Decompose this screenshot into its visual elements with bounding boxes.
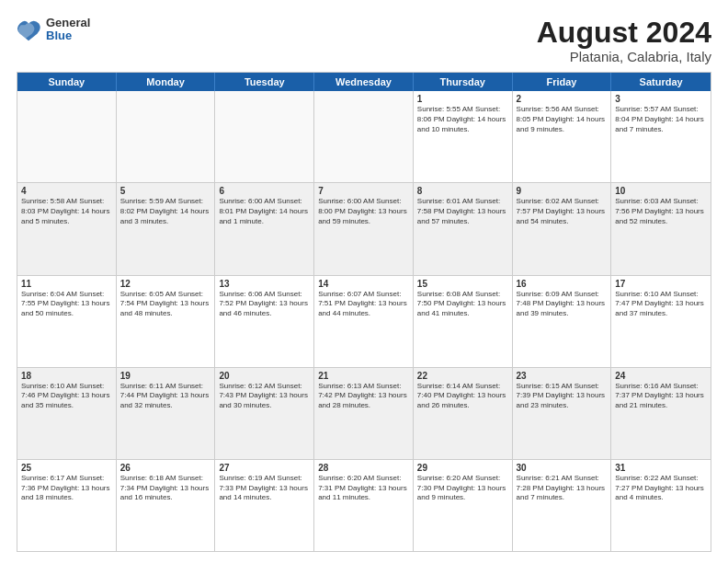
cell-text: Sunrise: 6:08 AM Sunset: 7:50 PM Dayligh… <box>417 290 508 319</box>
cell-text: Sunrise: 6:02 AM Sunset: 7:57 PM Dayligh… <box>517 197 608 226</box>
cell-text: Sunrise: 6:03 AM Sunset: 7:56 PM Dayligh… <box>615 197 707 226</box>
cal-cell-30: 30Sunrise: 6:21 AM Sunset: 7:28 PM Dayli… <box>513 460 612 551</box>
cal-cell-15: 15Sunrise: 6:08 AM Sunset: 7:50 PM Dayli… <box>414 276 513 367</box>
cal-cell-22: 22Sunrise: 6:14 AM Sunset: 7:40 PM Dayli… <box>414 368 513 459</box>
cal-cell-16: 16Sunrise: 6:09 AM Sunset: 7:48 PM Dayli… <box>513 276 612 367</box>
cal-cell-20: 20Sunrise: 6:12 AM Sunset: 7:43 PM Dayli… <box>215 368 314 459</box>
day-number: 9 <box>517 186 608 196</box>
cell-text: Sunrise: 6:18 AM Sunset: 7:34 PM Dayligh… <box>120 474 211 503</box>
header-day-wednesday: Wednesday <box>314 73 414 91</box>
cell-text: Sunrise: 6:00 AM Sunset: 8:00 PM Dayligh… <box>318 197 409 226</box>
day-number: 10 <box>615 186 707 196</box>
calendar-header: SundayMondayTuesdayWednesdayThursdayFrid… <box>17 73 711 91</box>
cell-text: Sunrise: 5:58 AM Sunset: 8:03 PM Dayligh… <box>21 197 112 226</box>
day-number: 13 <box>219 279 310 289</box>
day-number: 24 <box>615 371 707 381</box>
day-number: 29 <box>417 463 508 473</box>
main-title: August 2024 <box>537 17 711 49</box>
cal-cell-31: 31Sunrise: 6:22 AM Sunset: 7:27 PM Dayli… <box>611 460 711 551</box>
day-number: 4 <box>21 186 112 196</box>
cal-cell-21: 21Sunrise: 6:13 AM Sunset: 7:42 PM Dayli… <box>314 368 414 459</box>
cell-text: Sunrise: 6:00 AM Sunset: 8:01 PM Dayligh… <box>219 197 310 226</box>
cal-cell-empty-3 <box>314 91 414 182</box>
calendar: SundayMondayTuesdayWednesdayThursdayFrid… <box>17 72 711 552</box>
logo: General Blue <box>17 17 90 43</box>
day-number: 8 <box>417 186 508 196</box>
cell-text: Sunrise: 6:14 AM Sunset: 7:40 PM Dayligh… <box>417 382 508 411</box>
day-number: 31 <box>615 463 707 473</box>
day-number: 18 <box>21 371 112 381</box>
cell-text: Sunrise: 6:10 AM Sunset: 7:46 PM Dayligh… <box>21 382 112 411</box>
day-number: 16 <box>517 279 608 289</box>
cell-text: Sunrise: 6:05 AM Sunset: 7:54 PM Dayligh… <box>120 290 211 319</box>
cell-text: Sunrise: 6:13 AM Sunset: 7:42 PM Dayligh… <box>318 382 409 411</box>
cal-cell-11: 11Sunrise: 6:04 AM Sunset: 7:55 PM Dayli… <box>17 276 117 367</box>
header-day-thursday: Thursday <box>414 73 513 91</box>
cell-text: Sunrise: 6:21 AM Sunset: 7:28 PM Dayligh… <box>517 474 608 503</box>
cell-text: Sunrise: 6:06 AM Sunset: 7:52 PM Dayligh… <box>219 290 310 319</box>
calendar-row-1: 4Sunrise: 5:58 AM Sunset: 8:03 PM Daylig… <box>17 183 711 275</box>
day-number: 15 <box>417 279 508 289</box>
cal-cell-6: 6Sunrise: 6:00 AM Sunset: 8:01 PM Daylig… <box>215 183 314 274</box>
cell-text: Sunrise: 6:15 AM Sunset: 7:39 PM Dayligh… <box>517 382 608 411</box>
day-number: 27 <box>219 463 310 473</box>
cal-cell-12: 12Sunrise: 6:05 AM Sunset: 7:54 PM Dayli… <box>117 276 216 367</box>
page: General Blue August 2024 Platania, Calab… <box>0 0 728 563</box>
calendar-row-3: 18Sunrise: 6:10 AM Sunset: 7:46 PM Dayli… <box>17 368 711 460</box>
logo-blue: Blue <box>46 29 90 42</box>
cell-text: Sunrise: 5:56 AM Sunset: 8:05 PM Dayligh… <box>517 105 608 134</box>
logo-text: General Blue <box>46 17 90 43</box>
day-number: 2 <box>517 94 608 104</box>
day-number: 11 <box>21 279 112 289</box>
cal-cell-2: 2Sunrise: 5:56 AM Sunset: 8:05 PM Daylig… <box>513 91 612 182</box>
logo-icon <box>17 17 42 42</box>
day-number: 20 <box>219 371 310 381</box>
day-number: 25 <box>21 463 112 473</box>
header-day-sunday: Sunday <box>17 73 117 91</box>
cell-text: Sunrise: 6:16 AM Sunset: 7:37 PM Dayligh… <box>615 382 707 411</box>
day-number: 17 <box>615 279 707 289</box>
cal-cell-28: 28Sunrise: 6:20 AM Sunset: 7:31 PM Dayli… <box>314 460 414 551</box>
header-day-monday: Monday <box>117 73 216 91</box>
calendar-row-0: 1Sunrise: 5:55 AM Sunset: 8:06 PM Daylig… <box>17 91 711 183</box>
cal-cell-14: 14Sunrise: 6:07 AM Sunset: 7:51 PM Dayli… <box>314 276 414 367</box>
calendar-row-2: 11Sunrise: 6:04 AM Sunset: 7:55 PM Dayli… <box>17 276 711 368</box>
cal-cell-3: 3Sunrise: 5:57 AM Sunset: 8:04 PM Daylig… <box>611 91 711 182</box>
cell-text: Sunrise: 6:22 AM Sunset: 7:27 PM Dayligh… <box>615 474 707 503</box>
cell-text: Sunrise: 6:20 AM Sunset: 7:31 PM Dayligh… <box>318 474 409 503</box>
header: General Blue August 2024 Platania, Calab… <box>17 17 711 64</box>
header-day-friday: Friday <box>513 73 612 91</box>
day-number: 23 <box>517 371 608 381</box>
title-block: August 2024 Platania, Calabria, Italy <box>537 17 711 64</box>
cal-cell-13: 13Sunrise: 6:06 AM Sunset: 7:52 PM Dayli… <box>215 276 314 367</box>
cal-cell-17: 17Sunrise: 6:10 AM Sunset: 7:47 PM Dayli… <box>611 276 711 367</box>
cal-cell-18: 18Sunrise: 6:10 AM Sunset: 7:46 PM Dayli… <box>17 368 117 459</box>
day-number: 3 <box>615 94 707 104</box>
day-number: 21 <box>318 371 409 381</box>
cell-text: Sunrise: 6:17 AM Sunset: 7:36 PM Dayligh… <box>21 474 112 503</box>
cell-text: Sunrise: 6:07 AM Sunset: 7:51 PM Dayligh… <box>318 290 409 319</box>
cell-text: Sunrise: 6:19 AM Sunset: 7:33 PM Dayligh… <box>219 474 310 503</box>
cal-cell-27: 27Sunrise: 6:19 AM Sunset: 7:33 PM Dayli… <box>215 460 314 551</box>
cell-text: Sunrise: 5:59 AM Sunset: 8:02 PM Dayligh… <box>120 197 211 226</box>
cal-cell-29: 29Sunrise: 6:20 AM Sunset: 7:30 PM Dayli… <box>414 460 513 551</box>
day-number: 30 <box>517 463 608 473</box>
calendar-row-4: 25Sunrise: 6:17 AM Sunset: 7:36 PM Dayli… <box>17 460 711 551</box>
cell-text: Sunrise: 6:10 AM Sunset: 7:47 PM Dayligh… <box>615 290 707 319</box>
cell-text: Sunrise: 6:04 AM Sunset: 7:55 PM Dayligh… <box>21 290 112 319</box>
cal-cell-19: 19Sunrise: 6:11 AM Sunset: 7:44 PM Dayli… <box>117 368 216 459</box>
calendar-body: 1Sunrise: 5:55 AM Sunset: 8:06 PM Daylig… <box>17 91 711 551</box>
cal-cell-8: 8Sunrise: 6:01 AM Sunset: 7:58 PM Daylig… <box>414 183 513 274</box>
day-number: 1 <box>417 94 508 104</box>
cell-text: Sunrise: 5:57 AM Sunset: 8:04 PM Dayligh… <box>615 105 707 134</box>
day-number: 26 <box>120 463 211 473</box>
day-number: 12 <box>120 279 211 289</box>
cal-cell-7: 7Sunrise: 6:00 AM Sunset: 8:00 PM Daylig… <box>314 183 414 274</box>
header-day-tuesday: Tuesday <box>215 73 314 91</box>
cal-cell-empty-1 <box>117 91 216 182</box>
cal-cell-26: 26Sunrise: 6:18 AM Sunset: 7:34 PM Dayli… <box>117 460 216 551</box>
day-number: 19 <box>120 371 211 381</box>
cal-cell-25: 25Sunrise: 6:17 AM Sunset: 7:36 PM Dayli… <box>17 460 117 551</box>
day-number: 22 <box>417 371 508 381</box>
cal-cell-4: 4Sunrise: 5:58 AM Sunset: 8:03 PM Daylig… <box>17 183 117 274</box>
